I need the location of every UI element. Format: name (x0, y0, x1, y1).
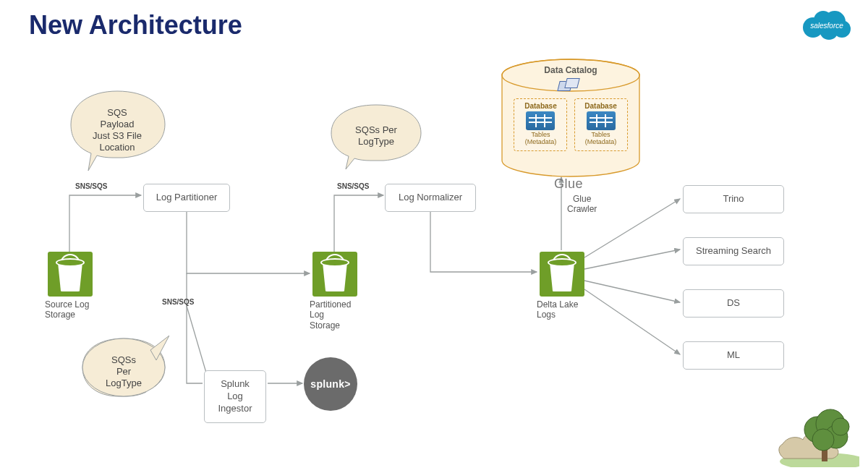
line-label-snssqs-1: SNS/SQS (75, 182, 107, 190)
glue-caption: Glue (554, 176, 583, 192)
bucket-source-log-storage-icon (48, 252, 93, 297)
line-label-snssqs-2: SNS/SQS (337, 182, 369, 190)
node-log-partitioner: Log Partitioner (143, 184, 230, 212)
page-title: New Architecture (29, 10, 242, 41)
glue-crawler-label: GlueCrawler (567, 194, 597, 215)
callout-sqs-per-logtype-bottom-text: SQSsPerLogType (98, 349, 149, 396)
node-log-normalizer: Log Normalizer (385, 184, 476, 212)
caption-delta-lake-logs: Delta LakeLogs (537, 299, 578, 320)
callout-sqs-payload: SQSPayloadJust S3 FileLocation (67, 87, 168, 174)
glue-database-right: Database Tables(Metadata) (574, 98, 628, 151)
glue-table-icon (526, 111, 555, 130)
caption-source-log-storage: Source LogStorage (45, 299, 89, 320)
node-streaming-search: Streaming Search (683, 237, 784, 265)
decorative-tree-icon (765, 373, 859, 467)
glue-database-left: Database Tables(Metadata) (514, 98, 567, 151)
node-splunk-log-ingestor: Splunk LogIngestor (204, 370, 266, 423)
glue-data-catalog-title: Data Catalog (496, 65, 645, 75)
callout-sqs-payload-text: SQSPayloadJust S3 FileLocation (85, 101, 149, 160)
bucket-delta-lake-logs-icon (540, 252, 584, 297)
node-ds: DS (683, 289, 784, 318)
callout-sqs-per-logtype-top: SQSs PerLogType (327, 101, 425, 171)
node-trino: Trino (683, 185, 784, 213)
bucket-partitioned-log-storage-icon (312, 252, 357, 297)
glue-catalog-icon (558, 78, 583, 94)
svg-point-13 (812, 429, 834, 451)
splunk-logo-icon: splunk> (304, 357, 357, 411)
callout-sqs-per-logtype-bottom: SQSsPerLogType (78, 334, 169, 409)
salesforce-logo-icon: salesforce (800, 6, 854, 45)
caption-partitioned-log-storage: PartitionedLogStorage (310, 299, 351, 331)
glue-table-icon (587, 111, 616, 130)
line-label-snssqs-3: SNS/SQS (162, 298, 194, 306)
glue-data-catalog: Data Catalog Database Tables(Metadata) D… (496, 58, 645, 151)
node-ml: ML (683, 341, 784, 370)
svg-text:salesforce: salesforce (810, 22, 843, 30)
callout-sqs-per-logtype-top-text: SQSs PerLogType (348, 119, 404, 154)
svg-point-14 (832, 418, 849, 435)
